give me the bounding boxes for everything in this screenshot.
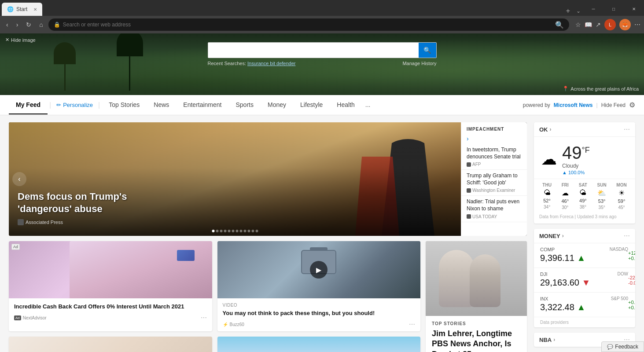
nav-right: powered by Microsoft News | Hide Feed ⚙ xyxy=(523,101,635,109)
user-icon2[interactable]: 🦊 xyxy=(619,19,631,30)
video-card[interactable]: ▶ VIDEO You may not think to pack these … xyxy=(217,241,421,331)
settings-icon[interactable]: ⚙ xyxy=(629,101,635,109)
source-icon-2 xyxy=(467,188,471,193)
weather-more-icon[interactable]: ⋯ xyxy=(624,126,630,133)
stock-3-value: 3,322.48 ▲ xyxy=(540,302,628,312)
ad-card[interactable]: Ad Incredible Cash Back Card Offers 0% I… xyxy=(9,241,212,331)
search-icon: 🔍 xyxy=(555,21,564,29)
home-button[interactable]: ⌂ xyxy=(37,19,45,30)
video-type-label: VIDEO xyxy=(223,303,416,308)
card-more-icon[interactable]: ⋯ xyxy=(201,314,207,321)
tab-list-button[interactable]: ⌄ xyxy=(574,8,583,14)
dot-11[interactable] xyxy=(251,230,254,232)
stock-more-icon[interactable]: ⋯ xyxy=(624,232,630,239)
dot-3[interactable] xyxy=(220,230,222,232)
dot-5[interactable] xyxy=(228,230,230,232)
tab-close-icon[interactable]: ✕ xyxy=(33,7,37,12)
dot-7[interactable] xyxy=(236,230,238,232)
location-icon: 📍 xyxy=(563,86,569,92)
tab-favicon: 🌐 xyxy=(7,6,14,12)
side-story-3[interactable]: Nadler: Trial puts even Nixon to shame U… xyxy=(461,196,527,222)
stock-data-note: Data providers xyxy=(534,317,635,327)
dot-9[interactable] xyxy=(243,230,246,232)
ad-card-body: Incredible Cash Back Card Offers 0% Inte… xyxy=(9,298,212,325)
tab-my-feed[interactable]: My Feed xyxy=(9,96,48,114)
dot-6[interactable] xyxy=(232,230,234,232)
stock-title[interactable]: MONEY › xyxy=(539,233,564,239)
featured-carousel[interactable]: Dems focus on Trump's 'dangerous' abuse … xyxy=(9,122,527,236)
video-card-title: You may not think to pack these things, … xyxy=(223,309,416,317)
dot-1[interactable] xyxy=(212,230,214,232)
close-button[interactable]: ✕ xyxy=(624,2,644,16)
left-column: Ad Incredible Cash Back Card Offers 0% I… xyxy=(9,241,420,352)
share-icon[interactable]: ↗ xyxy=(596,21,601,28)
manage-history-link[interactable]: Manage History xyxy=(402,61,436,66)
back-button[interactable]: ‹ xyxy=(4,19,11,30)
refresh-button[interactable]: ↻ xyxy=(23,19,34,30)
tab-more[interactable]: ... xyxy=(362,101,374,109)
search-bar[interactable]: 🔍 xyxy=(208,42,437,58)
tab-health[interactable]: Health xyxy=(330,96,361,114)
dot-2[interactable] xyxy=(216,230,218,232)
top-story-card[interactable]: TOP STORIES Jim Lehrer, Longtime PBS New… xyxy=(426,241,527,352)
stock-row-1: COMP NASDAQ 9,396.11 ▲ +12.35 +0.13% xyxy=(534,243,635,268)
tab-news[interactable]: News xyxy=(147,96,176,114)
favorites-icon[interactable]: ☆ xyxy=(575,21,581,28)
featured-side-panel: IMPEACHMENT › In tweetstorm, Trump denou… xyxy=(461,122,527,236)
browser-tab-active[interactable]: 🌐 Start ✕ xyxy=(2,3,42,16)
new-tab-button[interactable]: + xyxy=(563,7,574,15)
hide-image-button[interactable]: ✕ Hide image xyxy=(5,37,36,43)
maximize-button[interactable]: □ xyxy=(604,2,624,16)
dot-10[interactable] xyxy=(247,230,250,232)
carousel-prev-button[interactable]: ‹ xyxy=(12,172,26,186)
forecast-fri: FRI ☁ 46° 30° xyxy=(561,183,569,210)
tab-lifestyle[interactable]: Lifestyle xyxy=(293,96,330,114)
stock-arrow-icon: › xyxy=(562,233,564,239)
hero-section: 🔍 Recent Searches: Insurance bit defende… xyxy=(0,33,644,95)
side-nav-arrow[interactable]: › xyxy=(461,133,527,144)
search-button[interactable]: 🔍 xyxy=(419,43,436,58)
bottom-card-2[interactable] xyxy=(217,337,421,352)
weather-cloud-icon: ☁ xyxy=(541,150,557,169)
side-story-2[interactable]: Trump ally Graham to Schiff: 'Good job' … xyxy=(461,170,527,196)
dot-12[interactable] xyxy=(255,230,258,232)
more-options-icon[interactable]: ⋯ xyxy=(634,21,640,28)
address-input[interactable] xyxy=(63,22,552,28)
search-input[interactable] xyxy=(208,43,419,58)
ad-badge: Ad xyxy=(11,244,20,250)
stock-3-exchange: S&P 500 xyxy=(611,296,628,301)
dot-4[interactable] xyxy=(224,230,226,232)
nba-title[interactable]: NBA › xyxy=(539,337,555,343)
feedback-label: Feedback xyxy=(615,344,638,350)
video-card-body: VIDEO You may not think to pack these th… xyxy=(217,298,421,331)
personalize-button[interactable]: ✏ Personalize xyxy=(53,102,96,108)
tab-money[interactable]: Money xyxy=(261,96,293,114)
video-more-icon[interactable]: ⋯ xyxy=(409,321,415,328)
recent-search-term[interactable]: Insurance bit defender xyxy=(247,61,295,66)
minimize-button[interactable]: ─ xyxy=(583,2,604,16)
dot-8[interactable] xyxy=(239,230,242,232)
forward-button[interactable]: › xyxy=(14,19,21,30)
video-play-button[interactable]: ▶ xyxy=(310,261,328,279)
right-sidebar: OK › ⋯ ☁ 49°F Cloudy ▲ 100.0% THU 🌤 xyxy=(534,122,635,352)
side-story-2-title: Trump ally Graham to Schiff: 'Good job' xyxy=(467,172,522,186)
feedback-button[interactable]: 💬 Feedback xyxy=(601,341,644,352)
stock-3-change: +0.73 +0.02% xyxy=(628,300,635,310)
recent-label: Recent Searches: xyxy=(208,61,246,66)
address-bar[interactable]: 🔒 🔍 xyxy=(48,18,569,31)
tab-entertainment[interactable]: Entertainment xyxy=(176,96,228,114)
tab-top-stories[interactable]: Top Stories xyxy=(102,96,147,114)
bottom-card-1[interactable] xyxy=(9,337,212,352)
top-story-img-inner xyxy=(426,241,527,316)
weather-location[interactable]: OK › xyxy=(539,126,552,133)
window-controls: ─ □ ✕ xyxy=(583,2,644,16)
reading-list-icon[interactable]: 📖 xyxy=(585,21,592,28)
tab-sports[interactable]: Sports xyxy=(229,96,261,114)
nba-arrow-icon: › xyxy=(553,337,555,343)
side-story-1[interactable]: In tweetstorm, Trump denounces Senate tr… xyxy=(461,144,527,170)
bottom-cards-row xyxy=(9,337,420,352)
stock-row-3: INX S&P 500 3,322.48 ▲ +0.73 +0.02% xyxy=(534,293,635,317)
pencil-icon: ✏ xyxy=(56,102,61,108)
hide-feed-button[interactable]: Hide Feed xyxy=(601,102,626,108)
user-avatar[interactable]: L xyxy=(604,19,616,30)
